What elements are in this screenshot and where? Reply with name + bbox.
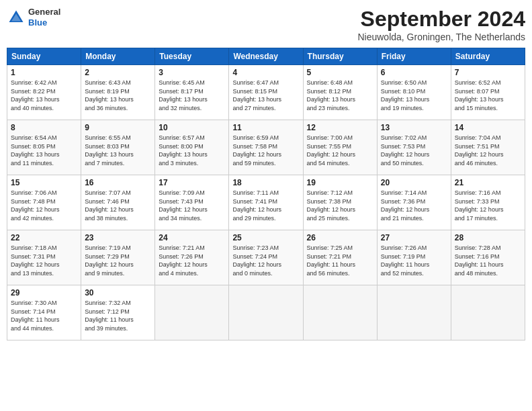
day-info: Sunrise: 7:00 AM Sunset: 7:55 PM Dayligh… [307,134,373,167]
day-number: 27 [381,233,447,242]
day-info: Sunrise: 7:25 AM Sunset: 7:21 PM Dayligh… [307,244,373,277]
calendar-cell: 23Sunrise: 7:19 AM Sunset: 7:29 PM Dayli… [81,230,155,285]
day-info: Sunrise: 7:11 AM Sunset: 7:41 PM Dayligh… [232,189,299,222]
day-number: 23 [85,233,151,242]
calendar-cell: 21Sunrise: 7:16 AM Sunset: 7:33 PM Dayli… [451,175,525,230]
day-info: Sunrise: 7:09 AM Sunset: 7:43 PM Dayligh… [159,189,225,222]
weekday-header-thursday: Thursday [303,48,377,65]
calendar-table: SundayMondayTuesdayWednesdayThursdayFrid… [7,48,525,340]
day-number: 12 [307,123,373,132]
day-number: 4 [232,68,299,77]
calendar-cell: 1Sunrise: 6:42 AM Sunset: 8:22 PM Daylig… [7,65,81,120]
day-info: Sunrise: 7:07 AM Sunset: 7:46 PM Dayligh… [85,189,151,222]
calendar-cell: 9Sunrise: 6:55 AM Sunset: 8:03 PM Daylig… [81,120,155,175]
day-number: 21 [455,178,521,187]
weekday-header-sunday: Sunday [7,48,81,65]
calendar-cell: 14Sunrise: 7:04 AM Sunset: 7:51 PM Dayli… [451,120,525,175]
calendar-cell [451,285,525,340]
calendar-cell: 20Sunrise: 7:14 AM Sunset: 7:36 PM Dayli… [377,175,451,230]
weekday-header-friday: Friday [377,48,451,65]
day-number: 29 [11,288,77,298]
day-info: Sunrise: 6:52 AM Sunset: 8:07 PM Dayligh… [455,79,521,112]
logo: General Blue [7,7,60,28]
day-number: 20 [381,178,447,187]
day-info: Sunrise: 7:28 AM Sunset: 7:16 PM Dayligh… [455,244,521,277]
day-number: 19 [307,178,373,187]
day-info: Sunrise: 7:21 AM Sunset: 7:26 PM Dayligh… [159,244,225,277]
calendar-cell: 16Sunrise: 7:07 AM Sunset: 7:46 PM Dayli… [81,175,155,230]
calendar-cell: 13Sunrise: 7:02 AM Sunset: 7:53 PM Dayli… [377,120,451,175]
calendar-cell: 2Sunrise: 6:43 AM Sunset: 8:19 PM Daylig… [81,65,155,120]
day-number: 16 [85,178,151,187]
weekday-header-saturday: Saturday [451,48,525,65]
weekday-header-tuesday: Tuesday [155,48,229,65]
calendar-cell: 6Sunrise: 6:50 AM Sunset: 8:10 PM Daylig… [377,65,451,120]
day-number: 28 [455,233,521,242]
calendar-cell: 7Sunrise: 6:52 AM Sunset: 8:07 PM Daylig… [451,65,525,120]
calendar-cell: 24Sunrise: 7:21 AM Sunset: 7:26 PM Dayli… [155,230,229,285]
calendar-cell: 8Sunrise: 6:54 AM Sunset: 8:05 PM Daylig… [7,120,81,175]
day-info: Sunrise: 7:23 AM Sunset: 7:24 PM Dayligh… [232,244,299,277]
day-number: 7 [455,68,521,77]
day-number: 9 [85,123,151,132]
day-info: Sunrise: 6:45 AM Sunset: 8:17 PM Dayligh… [159,79,225,112]
day-info: Sunrise: 6:42 AM Sunset: 8:22 PM Dayligh… [11,79,77,112]
day-number: 18 [232,178,299,187]
calendar-cell: 30Sunrise: 7:32 AM Sunset: 7:12 PM Dayli… [81,285,155,340]
weekday-header-wednesday: Wednesday [229,48,303,65]
day-number: 1 [11,68,77,77]
day-number: 22 [11,233,77,242]
day-number: 13 [381,123,447,132]
calendar-cell: 18Sunrise: 7:11 AM Sunset: 7:41 PM Dayli… [229,175,303,230]
day-info: Sunrise: 7:19 AM Sunset: 7:29 PM Dayligh… [85,244,151,277]
calendar-cell: 15Sunrise: 7:06 AM Sunset: 7:48 PM Dayli… [7,175,81,230]
location: Nieuwolda, Groningen, The Netherlands [357,32,525,42]
day-info: Sunrise: 7:04 AM Sunset: 7:51 PM Dayligh… [455,134,521,167]
day-number: 26 [307,233,373,242]
month-title: September 2024 [357,7,525,32]
calendar-cell: 12Sunrise: 7:00 AM Sunset: 7:55 PM Dayli… [303,120,377,175]
page-header: General Blue September 2024 Nieuwolda, G… [7,7,525,42]
day-info: Sunrise: 6:43 AM Sunset: 8:19 PM Dayligh… [85,79,151,112]
calendar-cell: 11Sunrise: 6:59 AM Sunset: 7:58 PM Dayli… [229,120,303,175]
day-info: Sunrise: 7:02 AM Sunset: 7:53 PM Dayligh… [381,134,447,167]
day-info: Sunrise: 7:12 AM Sunset: 7:38 PM Dayligh… [307,189,373,222]
day-info: Sunrise: 7:32 AM Sunset: 7:12 PM Dayligh… [85,299,151,332]
weekday-header-monday: Monday [81,48,155,65]
day-info: Sunrise: 7:06 AM Sunset: 7:48 PM Dayligh… [11,189,77,222]
calendar-cell: 4Sunrise: 6:47 AM Sunset: 8:15 PM Daylig… [229,65,303,120]
calendar-cell [303,285,377,340]
calendar-cell: 10Sunrise: 6:57 AM Sunset: 8:00 PM Dayli… [155,120,229,175]
day-info: Sunrise: 6:48 AM Sunset: 8:12 PM Dayligh… [307,79,373,112]
calendar-cell: 17Sunrise: 7:09 AM Sunset: 7:43 PM Dayli… [155,175,229,230]
calendar-cell: 27Sunrise: 7:26 AM Sunset: 7:19 PM Dayli… [377,230,451,285]
calendar-cell: 22Sunrise: 7:18 AM Sunset: 7:31 PM Dayli… [7,230,81,285]
calendar-cell: 3Sunrise: 6:45 AM Sunset: 8:17 PM Daylig… [155,65,229,120]
calendar-cell: 19Sunrise: 7:12 AM Sunset: 7:38 PM Dayli… [303,175,377,230]
day-number: 15 [11,178,77,187]
day-number: 25 [232,233,299,242]
title-area: September 2024 Nieuwolda, Groningen, The… [357,7,525,42]
day-info: Sunrise: 6:59 AM Sunset: 7:58 PM Dayligh… [232,134,299,167]
day-number: 5 [307,68,373,77]
day-number: 30 [85,288,151,298]
day-info: Sunrise: 6:47 AM Sunset: 8:15 PM Dayligh… [232,79,299,112]
logo-icon [7,8,26,27]
day-info: Sunrise: 7:30 AM Sunset: 7:14 PM Dayligh… [11,299,77,332]
day-info: Sunrise: 7:16 AM Sunset: 7:33 PM Dayligh… [455,189,521,222]
day-number: 11 [232,123,299,132]
day-number: 10 [159,123,225,132]
calendar-cell [155,285,229,340]
calendar-cell: 29Sunrise: 7:30 AM Sunset: 7:14 PM Dayli… [7,285,81,340]
day-number: 8 [11,123,77,132]
day-info: Sunrise: 7:26 AM Sunset: 7:19 PM Dayligh… [381,244,447,277]
calendar-cell [229,285,303,340]
day-number: 24 [159,233,225,242]
calendar-cell: 5Sunrise: 6:48 AM Sunset: 8:12 PM Daylig… [303,65,377,120]
day-number: 6 [381,68,447,77]
day-info: Sunrise: 6:50 AM Sunset: 8:10 PM Dayligh… [381,79,447,112]
day-info: Sunrise: 6:54 AM Sunset: 8:05 PM Dayligh… [11,134,77,167]
day-info: Sunrise: 6:57 AM Sunset: 8:00 PM Dayligh… [159,134,225,167]
calendar-cell [377,285,451,340]
day-info: Sunrise: 7:14 AM Sunset: 7:36 PM Dayligh… [381,189,447,222]
